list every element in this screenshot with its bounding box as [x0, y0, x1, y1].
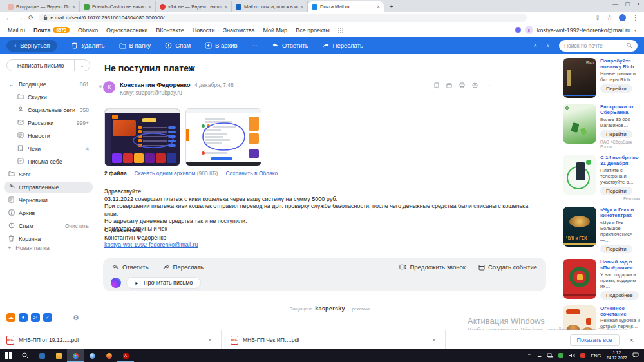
nav-ok[interactable]: Одноклассники: [106, 27, 147, 33]
ad-button[interactable]: Перейти: [600, 130, 632, 138]
window-maximize-icon[interactable]: ▢: [625, 1, 630, 7]
nav-dating[interactable]: Знакомства: [223, 27, 255, 33]
yandex-browser-icon[interactable]: [100, 349, 117, 362]
move-to-folder-button[interactable]: В папку: [119, 42, 151, 49]
browser-menu-icon[interactable]: ⋮: [632, 14, 639, 21]
acrobat-icon[interactable]: A: [117, 349, 134, 362]
tray-chevron-icon[interactable]: ⌃: [527, 353, 531, 359]
translate-icon[interactable]: [472, 82, 478, 90]
more-actions-button[interactable]: ⋯: [252, 42, 258, 49]
antivirus-shield-icon[interactable]: [558, 353, 564, 358]
spam-button[interactable]: Спам: [165, 42, 191, 49]
next-letter-icon[interactable]: ∨: [546, 43, 550, 48]
language-indicator[interactable]: ENG: [591, 353, 601, 359]
mailru-logo[interactable]: Mail.ru: [8, 27, 25, 33]
download-item-2[interactable]: PDF МНВ-ПП Чек ИП….pdf: [231, 336, 317, 345]
sidebar-item-newsletters[interactable]: Рассылки 999+: [4, 117, 93, 128]
ad-button[interactable]: Перейти: [600, 84, 632, 93]
read-aloud-button[interactable]: ► Прочитать письмо: [126, 277, 201, 289]
print-icon[interactable]: [459, 82, 465, 90]
nav-mail[interactable]: Почта: [33, 27, 50, 33]
ad-rich[interactable]: Rich Попробуйте новинку Rich Новые тоник…: [563, 58, 641, 98]
settings-gear-icon[interactable]: ⚙: [73, 314, 79, 322]
signature-email-link[interactable]: kostya-wot-1992-fedorenko@mail.ru: [104, 242, 198, 248]
browser-profile-avatar[interactable]: [619, 14, 626, 21]
mail-search-input[interactable]: Поиск по почте: [559, 40, 638, 52]
nav-news[interactable]: Новости: [193, 27, 215, 33]
download-expand-icon[interactable]: ∧: [433, 338, 436, 343]
network-icon[interactable]: [547, 353, 553, 359]
globe-browser-icon[interactable]: [84, 349, 100, 362]
tab-friends-casino[interactable]: Friends-Casino не начислили д… ×: [80, 1, 156, 12]
calendar-app-icon[interactable]: 24: [31, 313, 40, 322]
install-icon[interactable]: ⇩: [595, 14, 600, 21]
sidebar-item-trash[interactable]: Корзина: [4, 233, 93, 244]
taskbar-search-icon[interactable]: [17, 349, 33, 362]
bookmark-star-icon[interactable]: ☆: [607, 14, 612, 21]
window-close-icon[interactable]: ×: [637, 1, 640, 7]
browser-back-icon[interactable]: ←: [5, 14, 12, 21]
ad-label[interactable]: реклама: [352, 307, 370, 311]
marusia-assistant-icon[interactable]: [111, 278, 121, 288]
tasks-app-icon[interactable]: ✓: [43, 313, 52, 322]
tab-yandex-search[interactable]: vfbk не — Яндекс: нашлось 3 м… ×: [156, 1, 232, 12]
sidebar-item-inbox[interactable]: ⌄ Входящие 861: [4, 79, 93, 90]
ad-button[interactable]: Перейти: [600, 245, 632, 253]
create-event-button[interactable]: Создать событие: [478, 263, 537, 271]
apps-grid-icon[interactable]: [338, 28, 343, 33]
ad-sberbank[interactable]: Рассрочка от СберБанка Более 35 000 мага…: [563, 104, 641, 149]
tab-mailru-active[interactable]: Почта Mail.ru ×: [308, 1, 384, 12]
start-button[interactable]: [0, 349, 17, 362]
tab-yandex-mail[interactable]: Входящие — Яндекс Почта ×: [4, 1, 80, 12]
nav-cloud[interactable]: Облако: [78, 27, 98, 33]
tab-mailru-portal[interactable]: Mail.ru: почта, поиск в интерне… ×: [232, 1, 308, 12]
account-caret-icon[interactable]: ▾: [634, 28, 636, 32]
collapse-caret-icon[interactable]: ⌄: [8, 81, 15, 88]
save-to-cloud-link[interactable]: Сохранить в Облако: [225, 170, 278, 176]
ad-button[interactable]: Перейти: [600, 187, 632, 195]
forward-action-button[interactable]: Переслать: [163, 263, 204, 271]
account-avatar[interactable]: к: [525, 26, 533, 34]
browser-reload-icon[interactable]: ⟳: [28, 14, 33, 21]
clear-spam-link[interactable]: Очистить: [65, 223, 89, 229]
forward-button[interactable]: Переслать: [323, 42, 363, 49]
assistant-gradient-icon[interactable]: [515, 27, 521, 33]
sidebar-item-sent[interactable]: Отправленные: [4, 182, 93, 193]
prev-letter-icon[interactable]: ∧: [533, 43, 537, 48]
onedrive-cloud-icon[interactable]: ☁: [536, 353, 542, 359]
download-item-1[interactable]: PDF МНВ-ПП от 19.12.….pdf: [6, 336, 93, 345]
ad-movie[interactable]: ЧУК и ГЕК «Чук и Гек» в кинотеатрах «Чук…: [563, 207, 641, 253]
download-expand-icon[interactable]: ∧: [209, 338, 212, 343]
reply-button[interactable]: Ответить: [272, 42, 308, 49]
action-center-icon[interactable]: [632, 352, 639, 359]
sidebar-item-sent-en[interactable]: Sent: [4, 169, 93, 180]
sidebar-item-social[interactable]: Социальные сети 358: [4, 104, 93, 115]
account-email[interactable]: kostya-wot-1992-fedorenko@mail.ru: [537, 27, 630, 33]
taskbar-clock[interactable]: 1:12 24.12.2022: [606, 350, 627, 361]
address-bar[interactable]: e.mail.ru/sent/0:16701293160104304080:50…: [39, 14, 527, 22]
calculator-icon[interactable]: [33, 349, 50, 362]
tab-close-icon[interactable]: ×: [148, 4, 151, 10]
sidebar-item-archive[interactable]: Архив: [4, 207, 93, 218]
cloud-app-icon[interactable]: ☁: [6, 313, 15, 322]
chrome-icon[interactable]: [67, 349, 84, 362]
new-folder-button[interactable]: + Новая папка: [8, 245, 50, 251]
calendar-icon[interactable]: [446, 82, 452, 90]
nav-myworld[interactable]: Мой Мир: [263, 27, 287, 33]
file-explorer-icon[interactable]: [50, 349, 67, 362]
attachment-thumbnail-casino[interactable]: [104, 108, 180, 166]
sidebar-item-to-self[interactable]: Письма себе: [4, 156, 93, 167]
window-minimize-icon[interactable]: —: [612, 1, 618, 7]
tab-close-icon[interactable]: ×: [224, 4, 227, 10]
more-icon[interactable]: ⋯: [485, 82, 491, 90]
compose-button[interactable]: Написать письмо ⌄: [6, 59, 90, 71]
download-archive-link[interactable]: Скачать одним архивом: [135, 170, 196, 176]
ad-button[interactable]: Подробнее: [600, 291, 639, 300]
sidebar-item-receipts[interactable]: Чеки 4: [4, 143, 93, 154]
sidebar-item-discounts[interactable]: Скидки: [4, 91, 93, 102]
contacts-app-icon[interactable]: ●: [19, 313, 28, 322]
suggest-call-button[interactable]: Предложить звонок: [399, 263, 465, 271]
email-recipient[interactable]: Кому: support@rubpay.ru: [120, 90, 182, 96]
sender-avatar[interactable]: К: [103, 81, 115, 93]
show-all-downloads-button[interactable]: Показать все: [570, 334, 620, 346]
